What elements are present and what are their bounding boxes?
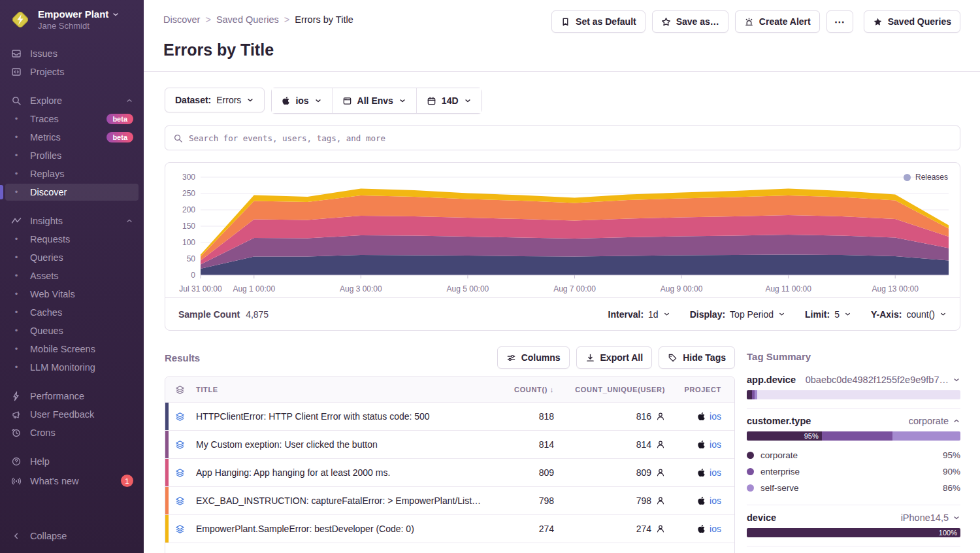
sidebar-item-llm-monitoring[interactable]: LLM Monitoring [5,359,139,376]
sidebar-item-label: Explore [30,95,62,106]
sidebar-item-mobile-screens[interactable]: Mobile Screens [5,341,139,358]
sidebar-collapse-button[interactable]: Collapse [0,522,144,553]
date-range-filter[interactable]: 14D [416,88,482,113]
user-icon [656,412,665,421]
filter-row: Dataset:Errors ios All Envs 14D [165,88,960,114]
sidebar-item-whats-new[interactable]: What's new 1 [5,471,139,490]
tag-section-header[interactable]: app.device 0baebc0de4982f1255f2e9e9fb7… [747,375,960,385]
tag-section-device: device iPhone14,5 100% [747,505,960,546]
sidebar-item-user-feedback[interactable]: User Feedback [5,406,139,423]
count-value: 814 [486,439,558,450]
releases-legend[interactable]: Releases [904,173,948,182]
project-link[interactable]: ios [710,495,721,506]
sidebar-item-label: Help [30,456,50,467]
sidebar-item-label: Issues [30,48,57,59]
display-select[interactable]: Display:Top Period [690,309,785,320]
sidebar-item-label: Insights [30,216,63,226]
sidebar-item-help[interactable]: Help [5,453,139,470]
sidebar-item-explore[interactable]: Explore [5,92,139,109]
event-stack-icon[interactable] [169,496,191,506]
sidebar-item-queries[interactable]: Queries [5,249,139,266]
sidebar-item-crons[interactable]: Crons [5,424,139,441]
export-all-button[interactable]: Export All [576,346,653,369]
saved-queries-button[interactable]: Saved Queries [864,10,960,33]
environment-filter[interactable]: All Envs [332,88,416,113]
layers-icon [169,385,191,395]
tag-section-header[interactable]: device iPhone14,5 [747,512,960,523]
page-header: Discover > Saved Queries > Errors by Tit… [144,0,980,72]
bullet-icon [10,150,22,161]
sidebar-item-metrics[interactable]: Metricsbeta [5,129,139,146]
set-as-default-button[interactable]: Set as Default [551,10,645,33]
bullet-icon [10,252,22,263]
star-filled-icon [873,17,883,27]
event-stack-icon[interactable] [169,468,191,478]
search-input[interactable] [189,133,952,143]
interval-select[interactable]: Interval:1d [608,309,670,320]
breadcrumb-discover[interactable]: Discover [163,14,200,25]
tag-legend-row[interactable]: corporate 95% [747,447,960,463]
org-switcher[interactable]: Empower Plant Jane Schmidt [0,0,144,39]
more-options-button[interactable]: ⋯ [826,10,853,33]
sidebar-item-issues[interactable]: Issues [5,45,139,62]
col-count[interactable]: COUNT() ↓ [486,386,558,394]
tag-legend-row[interactable]: self-serve 86% [747,480,960,496]
table-header-row: TITLE COUNT() ↓ COUNT_UNIQUE(USER) PROJE… [165,377,734,402]
table-row: EXC_BAD_INSTRUCTION: captureFatalError: … [165,486,734,514]
legend-label: Releases [915,173,948,182]
sidebar-item-caches[interactable]: Caches [5,304,139,321]
org-user: Jane Schmidt [38,21,120,31]
columns-button[interactable]: Columns [497,346,570,369]
user-icon [656,468,665,477]
hide-tags-button[interactable]: Hide Tags [659,346,735,369]
svg-text:Aug 1 00:00: Aug 1 00:00 [233,284,275,293]
legend-dot [904,174,911,181]
sidebar-item-performance[interactable]: Performance [5,388,139,405]
count-value: 818 [486,411,558,422]
limit-select[interactable]: Limit:5 [805,309,851,320]
sidebar-item-insights[interactable]: Insights [5,212,139,229]
event-stack-icon[interactable] [169,412,191,422]
project-link[interactable]: ios [710,439,721,450]
sidebar-item-profiles[interactable]: Profiles [5,147,139,164]
save-as-button[interactable]: Save as… [652,10,728,33]
project-link[interactable]: ios [710,467,721,478]
col-project[interactable]: PROJECT [669,386,734,394]
table-row: EmpowerPlant.SampleError: happyCustomer … [165,543,734,553]
project-filter[interactable]: ios [272,88,331,113]
tag-legend-row[interactable]: enterprise 90% [747,463,960,480]
event-stack-icon[interactable] [169,524,191,534]
svg-text:Aug 11 00:00: Aug 11 00:00 [765,284,811,293]
sidebar-item-traces[interactable]: Tracesbeta [5,110,139,127]
project-link[interactable]: ios [710,524,721,534]
page-title: Errors by Title [163,41,960,59]
chevron-up-icon [953,417,960,425]
sidebar-item-label: Traces [30,114,59,124]
sidebar-item-assets[interactable]: Assets [5,267,139,284]
event-stack-icon[interactable] [169,440,191,450]
sidebar-item-queues[interactable]: Queues [5,322,139,339]
megaphone-icon [10,409,22,420]
sidebar-item-replays[interactable]: Replays [5,165,139,182]
sidebar-item-web-vitals[interactable]: Web Vitals [5,286,139,303]
project-link[interactable]: ios [710,411,721,422]
chevron-down-icon [399,97,406,105]
col-count-unique[interactable]: COUNT_UNIQUE(USER) [558,386,669,394]
user-icon [656,440,665,449]
stacked-area-chart[interactable]: 050100150200250300Jul 31 00:00Aug 1 00:0… [172,168,951,297]
breadcrumb-saved-queries[interactable]: Saved Queries [216,14,279,25]
download-icon [585,353,595,363]
yaxis-select[interactable]: Y-Axis:count() [871,309,947,320]
col-title[interactable]: TITLE [191,386,486,394]
chevron-down-icon [953,376,960,384]
tag-section-header[interactable]: customer.type corporate [747,416,960,426]
svg-text:250: 250 [182,189,195,198]
create-alert-button[interactable]: Create Alert [735,10,820,33]
sidebar-item-label: Requests [30,234,70,244]
sidebar-item-projects[interactable]: Projects [5,63,139,80]
sort-desc-icon: ↓ [550,386,554,394]
sidebar-item-discover[interactable]: Discover [5,184,139,201]
sidebar-item-requests[interactable]: Requests [5,231,139,248]
sample-count: Sample Count4,875 [178,309,269,320]
dataset-select[interactable]: Dataset:Errors [165,88,265,112]
